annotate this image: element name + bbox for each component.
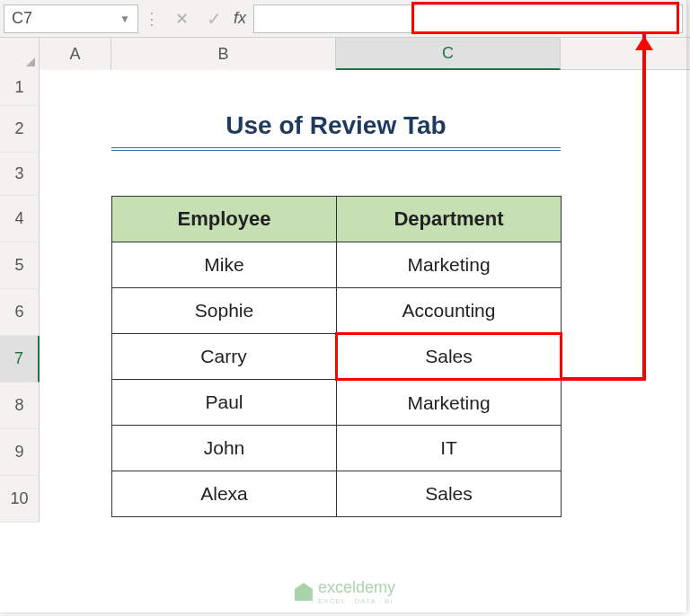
annotation-arrow-vertical: [642, 34, 646, 379]
fx-label[interactable]: fx: [234, 9, 246, 28]
annotation-formula-highlight: [411, 2, 679, 34]
cell-employee[interactable]: Paul: [112, 380, 337, 426]
row-header-1[interactable]: 1: [0, 70, 40, 106]
row-header-2[interactable]: 2: [0, 106, 40, 153]
cell-employee[interactable]: Alexa: [112, 471, 337, 517]
sheet-grid: 1 2 3 4 5 6 7 8 9 10 Use of Review Tab E…: [0, 70, 690, 523]
select-all-corner[interactable]: [0, 38, 40, 70]
table-row: John IT: [112, 426, 562, 471]
cell-department[interactable]: Sales: [337, 471, 562, 517]
row-header-6[interactable]: 6: [0, 289, 40, 336]
annotation-arrow-head: [635, 36, 653, 50]
table-row: Alexa Sales: [112, 471, 562, 517]
watermark-brand: exceldemy: [318, 578, 395, 597]
watermark-text-wrap: exceldemy EXCEL · DATA · BI: [318, 578, 395, 605]
cancel-button[interactable]: ✕: [165, 4, 198, 33]
row-header-7[interactable]: 7: [0, 336, 40, 383]
name-box[interactable]: C7 ▼: [4, 4, 138, 33]
row-header-9[interactable]: 9: [0, 429, 40, 476]
row-header-4[interactable]: 4: [0, 196, 40, 242]
row-header-8[interactable]: 8: [0, 383, 40, 429]
data-table: Employee Department Mike Marketing Sophi…: [111, 196, 562, 517]
column-header-c[interactable]: C: [336, 38, 561, 70]
chevron-down-icon[interactable]: ▼: [119, 13, 130, 25]
cell-department[interactable]: Marketing: [337, 380, 562, 426]
row-header-5[interactable]: 5: [0, 242, 40, 289]
cell-c7-department[interactable]: Sales: [337, 334, 562, 380]
annotation-arrow-horizontal: [562, 377, 646, 381]
spreadsheet: A B C 1 2 3 4 5 6 7 8 9 10 Use of Review…: [0, 38, 690, 523]
watermark: exceldemy EXCEL · DATA · BI: [295, 578, 395, 605]
watermark-tag: EXCEL · DATA · BI: [318, 597, 395, 605]
sheet-title: Use of Review Tab: [111, 104, 561, 151]
watermark-icon: [295, 583, 313, 601]
enter-button[interactable]: ✓: [198, 4, 230, 33]
column-header-a[interactable]: A: [40, 38, 111, 70]
cell-department[interactable]: Marketing: [337, 242, 562, 288]
table-header-employee[interactable]: Employee: [112, 197, 337, 242]
cell-employee[interactable]: John: [112, 426, 337, 471]
cell-employee[interactable]: Mike: [112, 242, 337, 288]
cell-employee[interactable]: Sophie: [112, 288, 337, 334]
cell-department[interactable]: Accounting: [337, 288, 562, 334]
column-header-b[interactable]: B: [111, 38, 336, 70]
row-header-3[interactable]: 3: [0, 153, 40, 196]
cell-employee[interactable]: Carry: [112, 334, 337, 380]
row-header-10[interactable]: 10: [0, 476, 40, 523]
drag-handle-icon: ⋮: [144, 9, 160, 29]
table-row: Sophie Accounting: [112, 288, 562, 334]
name-box-value: C7: [12, 9, 32, 28]
cell-department[interactable]: IT: [337, 426, 562, 471]
table-row: Mike Marketing: [112, 242, 562, 288]
column-headers: A B C: [0, 38, 690, 70]
table-row: Carry Sales: [112, 334, 562, 380]
table-header-department[interactable]: Department: [337, 197, 562, 242]
table-row: Paul Marketing: [112, 380, 562, 426]
